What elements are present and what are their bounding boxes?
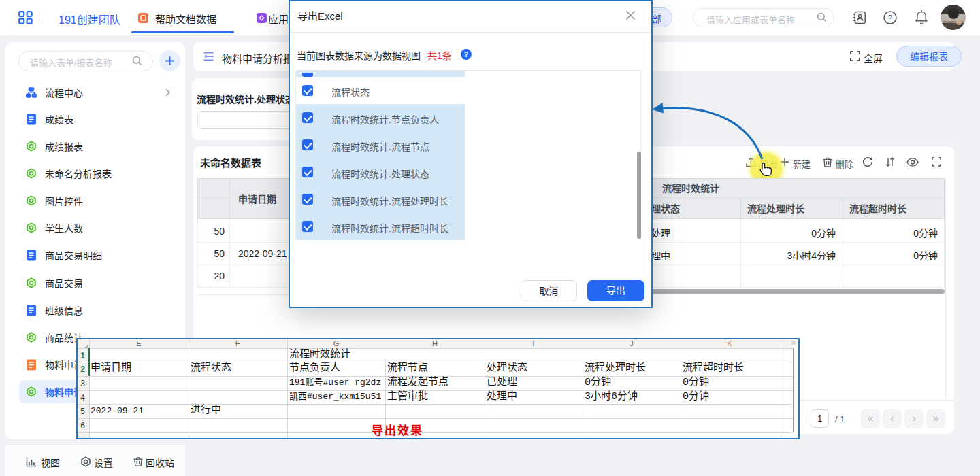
svg-text:?: ? <box>888 14 892 22</box>
